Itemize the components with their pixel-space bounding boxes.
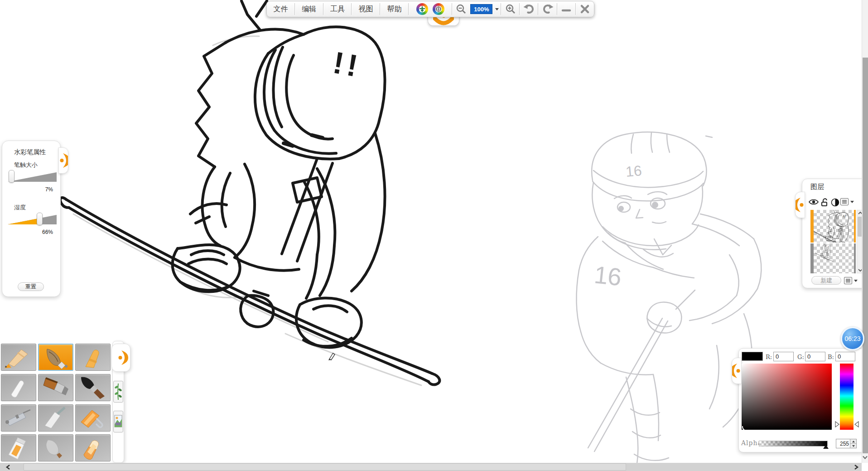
brush-size-label: 笔触大小 xyxy=(14,161,38,169)
panel-handle-icon xyxy=(117,348,128,368)
chevron-up-icon xyxy=(852,441,855,442)
alpha-slider[interactable] xyxy=(759,441,828,447)
brush-properties-collapse-handle[interactable] xyxy=(58,147,68,174)
alpha-increment-button[interactable] xyxy=(850,439,856,443)
menu-view[interactable]: 视图 xyxy=(352,1,380,17)
blend-contrast-icon xyxy=(831,198,839,207)
vertical-scrollbar[interactable] xyxy=(862,0,868,463)
panel-handle-icon xyxy=(796,195,805,215)
current-color-swatch[interactable] xyxy=(742,352,763,361)
session-timer[interactable]: 06:23 xyxy=(841,327,864,350)
horizontal-scrollbar[interactable] xyxy=(0,463,862,471)
color-picker-panel: R: G: B: Alpha 255 xyxy=(738,348,865,452)
layer-bottom-menu-dropdown[interactable] xyxy=(854,280,858,282)
brush-size-value: 7% xyxy=(2,186,53,193)
close-icon xyxy=(579,4,590,15)
wetness-slider[interactable] xyxy=(8,213,57,227)
panel-handle-icon xyxy=(59,151,68,170)
layer-menu-button[interactable] xyxy=(840,198,849,205)
layer-item-1[interactable] xyxy=(810,210,856,243)
toolbar: 文件 编辑 工具 视图 帮助 100% xyxy=(266,1,594,17)
hue-marker-right[interactable] xyxy=(854,421,859,427)
blue-input[interactable] xyxy=(835,352,855,361)
layers-collapse-handle[interactable] xyxy=(795,192,805,218)
alpha-decrement-button[interactable] xyxy=(850,443,856,448)
new-layer-button[interactable]: 新建 xyxy=(811,276,841,285)
hue-strip[interactable] xyxy=(840,364,854,430)
minimize-button[interactable] xyxy=(558,1,575,17)
brush-size-slider-thumb[interactable] xyxy=(9,170,14,183)
layer-lock-button[interactable] xyxy=(821,198,829,209)
panel-title: 水彩笔属性 xyxy=(14,148,46,156)
layer-bottom-menu-button[interactable] xyxy=(844,277,852,284)
redo-button[interactable] xyxy=(539,1,556,17)
layer-item-2[interactable] xyxy=(810,243,856,273)
chevron-down-icon xyxy=(850,201,854,203)
sv-cursor-icon xyxy=(741,423,749,432)
reset-button[interactable]: 重置 xyxy=(18,282,44,291)
layer-bar xyxy=(810,243,814,273)
plant-brush-button[interactable] xyxy=(113,381,123,403)
green-input[interactable] xyxy=(805,352,825,361)
texture-image-button[interactable] xyxy=(113,411,123,432)
color-picker-collapse-handle[interactable] xyxy=(732,358,742,384)
layer-blend-button[interactable] xyxy=(831,198,839,209)
chevron-down-icon xyxy=(495,8,499,10)
unlock-icon xyxy=(821,198,829,207)
redo-icon xyxy=(541,3,554,15)
wetness-slider-thumb[interactable] xyxy=(37,213,43,225)
menu-help[interactable]: 帮助 xyxy=(381,1,408,17)
palette-collapse-handle[interactable] xyxy=(111,344,130,372)
layer-selected-bar xyxy=(810,210,814,243)
wetness-value: 66% xyxy=(2,229,53,235)
texture-image-icon xyxy=(114,413,122,431)
layer-list xyxy=(806,210,856,273)
mascot-smile-icon xyxy=(433,17,454,27)
undo-button[interactable] xyxy=(520,1,538,17)
mascot-buttons xyxy=(409,1,452,17)
red-input[interactable] xyxy=(773,352,794,361)
brush-size-slider[interactable] xyxy=(8,170,57,185)
layer-menu-dropdown[interactable] xyxy=(850,201,854,203)
minimize-icon xyxy=(561,4,572,15)
chevron-down-icon xyxy=(854,280,858,282)
layer-thumbnail xyxy=(814,243,854,273)
plant-brush-icon xyxy=(115,383,122,401)
layer-visibility-button[interactable] xyxy=(808,198,819,208)
panel-handle-icon xyxy=(732,361,741,381)
saturation-value-field[interactable] xyxy=(742,364,832,430)
palette-globe-icon[interactable] xyxy=(433,3,444,15)
scroll-down-icon[interactable] xyxy=(863,455,868,460)
chevron-down-icon xyxy=(852,445,855,447)
zoom-dropdown-button[interactable] xyxy=(493,1,501,17)
wetness-label: 湿度 xyxy=(14,204,26,212)
zoom-level-value[interactable]: 100% xyxy=(470,4,492,14)
layer-thumbnail xyxy=(814,210,854,243)
menu-file[interactable]: 文件 xyxy=(267,1,294,17)
hue-marker-left[interactable] xyxy=(835,421,839,427)
drawing-canvas[interactable]: !! 16 xyxy=(0,0,868,471)
scrollbar-corner xyxy=(862,463,868,471)
app-window: !! 16 xyxy=(0,0,868,471)
alpha-marker-icon[interactable] xyxy=(823,445,829,449)
scrollbar-thumb[interactable] xyxy=(863,58,868,453)
red-label: R: xyxy=(766,354,772,360)
zoom-out-button[interactable] xyxy=(453,1,469,17)
visibility-eye-icon xyxy=(808,198,819,206)
menu-edit[interactable]: 编辑 xyxy=(295,1,323,17)
layer-menu-icon xyxy=(842,199,847,204)
layer-menu-icon xyxy=(845,278,851,283)
scroll-left-icon[interactable] xyxy=(5,464,11,470)
color-face-icon[interactable] xyxy=(416,3,428,15)
alpha-spinbox[interactable]: 255 xyxy=(836,439,857,448)
pen-cursor-icon xyxy=(329,353,335,360)
close-button[interactable] xyxy=(576,1,594,17)
undo-icon xyxy=(523,3,535,15)
layer-selected-bar xyxy=(854,210,856,243)
scroll-right-icon[interactable] xyxy=(854,464,859,470)
zoom-in-button[interactable] xyxy=(502,1,519,17)
panel-title: 图层 xyxy=(810,183,824,191)
scrollbar-thumb[interactable] xyxy=(24,463,626,471)
menu-tools[interactable]: 工具 xyxy=(324,1,352,17)
alpha-value: 255 xyxy=(836,439,850,448)
